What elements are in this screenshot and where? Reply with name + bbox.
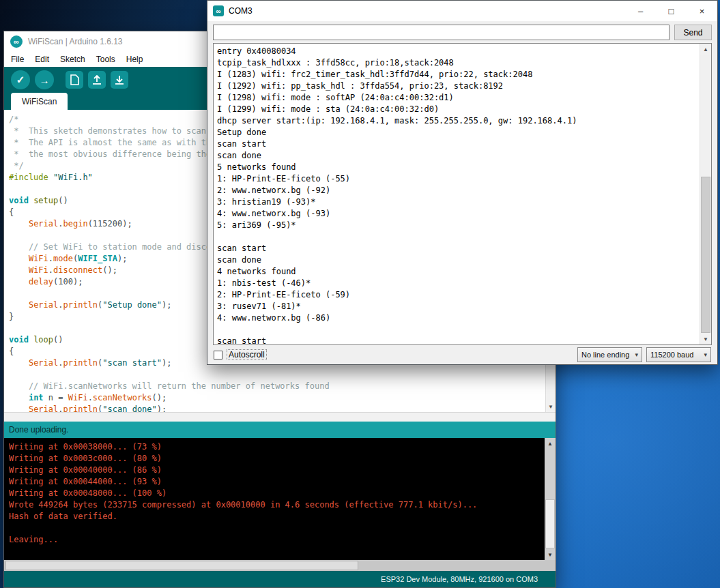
serial-output-line: entry 0x40080034 (217, 46, 696, 57)
console-horizontal-scrollbar[interactable] (4, 560, 556, 571)
serial-output-line: I (1299) wifi: mode : sta (24:0a:c4:00:3… (217, 104, 696, 115)
code-line (9, 369, 544, 381)
window-controls: – □ × (625, 1, 717, 21)
line-ending-value: No line ending (581, 351, 629, 359)
send-button[interactable]: Send (674, 25, 712, 40)
save-button[interactable] (111, 71, 128, 89)
console-line (9, 523, 542, 534)
serial-output-line: I (1283) wifi: frc2_timer_task_hdl:3ffd7… (217, 69, 696, 80)
board-status-text: ESP32 Dev Module, 80MHz, 921600 on COM3 (381, 575, 538, 583)
console-output: Writing at 0x00038000... (73 %)Writing a… (9, 441, 542, 557)
console-hscroll-thumb[interactable] (5, 561, 358, 570)
desktop: { "colors": { "teal_dark": "#006468", "t… (0, 0, 720, 588)
arduino-app-icon: ∞ (213, 5, 224, 16)
serial-monitor-window: ∞ COM3 – □ × Send entry 0x40080034tcpip_… (207, 0, 718, 365)
new-sketch-button[interactable] (66, 71, 83, 89)
console-line: Writing at 0x00048000... (100 %) (9, 488, 542, 499)
console-line: Hash of data verified. (9, 511, 542, 523)
serial-output-line: 2: www.networx.bg (-92) (217, 185, 696, 196)
console-vertical-scrollbar[interactable]: ▲ ▼ (545, 438, 556, 560)
serial-output-line: 1: nbis-test (-46)* (217, 278, 696, 289)
serial-output-line: scan start (217, 336, 696, 344)
menu-tools[interactable]: Tools (91, 52, 121, 67)
console-line: Writing at 0x0003c000... (80 %) (9, 453, 542, 465)
serial-output-line: scan start (217, 138, 696, 150)
serial-titlebar[interactable]: ∞ COM3 – □ × (207, 1, 717, 21)
chevron-down-icon: ▾ (704, 351, 707, 358)
status-message-bar: Done uploading. (4, 422, 556, 438)
console-line: Wrote 449264 bytes (233715 compressed) a… (9, 499, 542, 511)
verify-button[interactable]: ✓ (11, 70, 30, 89)
serial-window-title: COM3 (229, 6, 253, 16)
arrow-right-icon: → (40, 74, 50, 86)
console-line: Writing at 0x00038000... (73 %) (9, 441, 542, 453)
infinity-icon: ∞ (14, 38, 19, 46)
maximize-icon: □ (669, 6, 674, 16)
console-line: Leaving... (9, 534, 542, 546)
build-console: Writing at 0x00038000... (73 %)Writing a… (4, 438, 556, 560)
menu-sketch[interactable]: Sketch (55, 52, 91, 67)
serial-output-line: 1: HP-Print-EE-ficeto (-55) (217, 173, 696, 185)
scroll-down-icon[interactable]: ▼ (545, 549, 556, 560)
open-button[interactable] (88, 71, 106, 89)
scroll-down-icon[interactable]: ▼ (700, 334, 711, 344)
scroll-down-icon[interactable]: ▼ (546, 401, 556, 412)
minimize-icon: – (638, 6, 643, 16)
board-status-bar: ESP32 Dev Module, 80MHz, 921600 on COM3 (4, 571, 556, 587)
serial-output-line: 2: HP-Print-EE-ficeto (-59) (217, 289, 696, 301)
upload-button[interactable]: → (35, 70, 54, 89)
code-line: // WiFi.scanNetworks will return the num… (9, 381, 544, 392)
serial-output-line: scan done (217, 254, 696, 266)
console-line: Writing at 0x00040000... (86 %) (9, 465, 542, 476)
serial-output-line (217, 231, 696, 243)
console-line: Writing at 0x00044000... (93 %) (9, 476, 542, 488)
serial-output-line: 3: hristian19 (-93)* (217, 196, 696, 208)
maximize-button[interactable]: □ (656, 1, 687, 21)
status-message: Done uploading. (9, 425, 68, 435)
menu-edit[interactable]: Edit (29, 52, 55, 67)
tab-wifiscan[interactable]: WiFiScan (11, 93, 68, 110)
serial-output-line: I (1298) wifi: mode : softAP (24:0a:c4:0… (217, 92, 696, 104)
save-arrow-icon (114, 74, 125, 85)
serial-output-line: tcpip_task_hdlxxx : 3ffd58cc, prio:18,st… (217, 57, 696, 69)
code-line: Serial.println("scan done"); (9, 404, 544, 412)
serial-output-line: I (1292) wifi: pp_task_hdl : 3ffda554, p… (217, 80, 696, 92)
serial-bottom-bar: Autoscroll No line ending ▾ 115200 baud … (207, 345, 717, 364)
serial-output-line: Setup done (217, 127, 696, 138)
open-arrow-icon (91, 74, 102, 85)
serial-vertical-scrollbar[interactable]: ▲ ▼ (700, 44, 711, 344)
serial-output-panel: entry 0x40080034tcpip_task_hdlxxx : 3ffd… (213, 43, 712, 345)
serial-output-line: 3: rusev71 (-81)* (217, 301, 696, 312)
serial-output-line: 4 networks found (217, 266, 696, 278)
code-line: int n = WiFi.scanNetworks(); (9, 392, 544, 404)
new-document-icon (70, 74, 79, 85)
check-icon: ✓ (16, 74, 25, 86)
ide-window-title: WiFiScan | Arduino 1.6.13 (28, 37, 123, 46)
line-ending-select[interactable]: No line ending ▾ (577, 347, 642, 362)
scroll-up-icon[interactable]: ▲ (700, 44, 711, 55)
serial-scrollbar-thumb[interactable] (701, 177, 710, 333)
chevron-down-icon: ▾ (635, 351, 638, 358)
scroll-up-icon[interactable]: ▲ (545, 438, 556, 449)
serial-output-line: 4: www.networx.bg (-93) (217, 208, 696, 220)
infinity-icon: ∞ (216, 8, 220, 15)
serial-output-line: 5 networks found (217, 162, 696, 173)
close-icon: × (700, 6, 705, 16)
serial-output-line: scan start (217, 243, 696, 254)
serial-output-line: dhcp server start:(ip: 192.168.4.1, mask… (217, 115, 696, 127)
close-button[interactable]: × (687, 1, 717, 21)
menu-file[interactable]: File (5, 52, 29, 67)
serial-output-line (217, 324, 696, 336)
editor-horizontal-scrollbar[interactable] (4, 412, 556, 422)
console-scrollbar-thumb[interactable] (545, 499, 555, 548)
serial-input[interactable] (213, 25, 669, 40)
menu-help[interactable]: Help (121, 52, 149, 67)
autoscroll-checkbox[interactable] (214, 351, 222, 359)
autoscroll-label[interactable]: Autoscroll (227, 349, 267, 360)
baud-rate-select[interactable]: 115200 baud ▾ (646, 347, 711, 362)
serial-input-row: Send (213, 25, 712, 40)
baud-rate-value: 115200 baud (650, 351, 693, 359)
serial-output: entry 0x40080034tcpip_task_hdlxxx : 3ffd… (214, 44, 700, 344)
arduino-app-icon: ∞ (10, 35, 23, 48)
minimize-button[interactable]: – (625, 1, 656, 21)
